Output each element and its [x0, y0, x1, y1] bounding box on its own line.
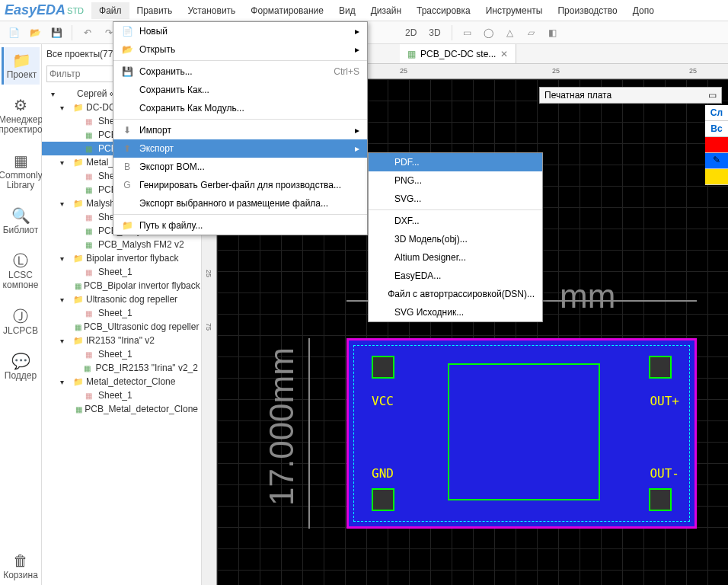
menu-label: Генирировать Gerber-файл для производств…: [139, 180, 341, 190]
undo-icon[interactable]: ↶: [78, 24, 97, 42]
tab-pcb[interactable]: PCB_DC-DC ste... ✕: [400, 44, 516, 63]
menu-файл[interactable]: Файл: [91, 2, 129, 19]
tree-item[interactable]: PCB_IR2153 "Irina" v2_2: [42, 361, 201, 375]
pad[interactable]: [372, 488, 394, 511]
menu-item[interactable]: GГенирировать Gerber-файл для производст…: [113, 176, 367, 194]
logo-std: STD: [67, 6, 84, 15]
tool-icon[interactable]: ◧: [544, 24, 562, 42]
menu-item[interactable]: Сохранить Как Модуль...: [113, 99, 367, 117]
layer-blue[interactable]: ✎: [705, 153, 728, 169]
tree-item[interactable]: PCB_Metal_detector_Clone: [42, 402, 201, 416]
silk-outm: OUT-: [650, 466, 679, 481]
tree-label: PCB_Metal_detector_Clone: [85, 404, 198, 414]
tool-icon[interactable]: ▭: [458, 24, 477, 42]
layer-red[interactable]: [705, 137, 728, 153]
menu-item[interactable]: 📂Открыть▸: [113, 40, 367, 59]
expand-icon[interactable]: [51, 90, 62, 98]
menu-item[interactable]: Altium Designer...: [369, 248, 542, 267]
tree-item[interactable]: Sheet_1: [42, 306, 201, 320]
expand-icon[interactable]: [60, 337, 71, 345]
menu-item[interactable]: SVG Исходник...: [369, 303, 542, 321]
open-folder-icon[interactable]: 📂: [26, 24, 44, 42]
leftbar-support[interactable]: 💬Поддер: [2, 348, 40, 385]
leftbar-trash[interactable]: 🗑Корзина: [2, 548, 40, 585]
menu-вид[interactable]: Вид: [331, 2, 363, 19]
pcb-board[interactable]: VCC GND OUT+ OUT-: [346, 338, 697, 529]
menu-item[interactable]: SVG...: [369, 190, 542, 208]
menu-производство[interactable]: Производство: [550, 2, 624, 19]
pad[interactable]: [649, 488, 672, 511]
menu-label: Экспорт: [139, 143, 174, 154]
menubar: EasyEDA STD ФайлПравитьУстановитьФормати…: [0, 0, 728, 21]
menu-item[interactable]: Экспорт выбранного и размещение файла...: [113, 194, 367, 213]
menu-item[interactable]: ⬆Экспорт▸: [113, 139, 367, 158]
search-icon: 🔍: [11, 207, 30, 224]
menu-инструменты[interactable]: Инструменты: [478, 2, 551, 19]
menu-item[interactable]: 📄Новый▸: [113, 22, 367, 40]
expand-icon[interactable]: [60, 104, 71, 112]
leftbar-project[interactable]: 📁Проект: [2, 47, 40, 85]
tree-item[interactable]: PCB_Ultrasonic dog repeller: [42, 320, 201, 334]
new-file-icon[interactable]: 📄: [5, 24, 23, 42]
tree-item[interactable]: IR2153 "Irina" v2: [42, 334, 201, 347]
tree-item[interactable]: Bipolar invertor flyback: [42, 251, 201, 265]
logo: EasyEDA: [5, 2, 65, 18]
menu-item[interactable]: 💾Сохранить...Ctrl+S: [113, 62, 367, 81]
expand-icon[interactable]: [60, 200, 71, 208]
menu-item[interactable]: PNG...: [369, 171, 542, 190]
menu-трассировка[interactable]: Трассировка: [409, 2, 478, 19]
expand-icon[interactable]: [60, 254, 71, 263]
folder-icon: [73, 103, 84, 113]
pad[interactable]: [372, 356, 394, 379]
leftbar-library[interactable]: 🔍Библиот: [2, 203, 40, 240]
layer-all[interactable]: Вс: [705, 121, 728, 137]
menu-item[interactable]: ⬇Импорт▸: [113, 121, 367, 139]
menu-установить[interactable]: Установить: [180, 2, 243, 19]
menu-item[interactable]: Файл с автортрассировкой(DSN)...: [369, 285, 542, 303]
save-icon[interactable]: 💾: [47, 24, 65, 42]
tool-icon[interactable]: ▱: [522, 24, 541, 42]
close-icon[interactable]: ✕: [500, 49, 508, 59]
tree-item[interactable]: PCB_Malysh FM2 v2: [42, 238, 201, 251]
tree-label: PCB_IR2153 "Irina" v2_2: [95, 363, 198, 373]
menu-item[interactable]: EasyEDA...: [369, 267, 542, 285]
trash-icon: 🗑: [13, 552, 28, 569]
sch-icon: [85, 350, 96, 359]
menu-править[interactable]: Править: [129, 2, 180, 19]
menu-допо[interactable]: Допо: [625, 2, 662, 19]
menu-item[interactable]: PDF...: [369, 153, 542, 171]
expand-icon[interactable]: [60, 158, 71, 167]
menu-label: DXF...: [394, 216, 420, 226]
submenu-arrow-icon: ▸: [355, 44, 359, 55]
menu-item[interactable]: 📁Путь к файлу...: [113, 216, 367, 235]
menu-item[interactable]: Сохранить Как...: [113, 81, 367, 99]
menu-дизайн[interactable]: Дизайн: [363, 2, 409, 19]
tree-item[interactable]: Sheet_1: [42, 265, 201, 279]
pad[interactable]: [649, 356, 672, 379]
tool-icon[interactable]: ◯: [480, 24, 498, 42]
tree-item[interactable]: Metal_detector_Clone: [42, 375, 201, 388]
tool-icon[interactable]: △: [501, 24, 519, 42]
expand-icon[interactable]: [60, 296, 71, 304]
info-panel[interactable]: Печатная плата ▭: [539, 87, 722, 104]
tree-label: Sheet_1: [98, 390, 133, 401]
menu-item[interactable]: 3D Модель(obj)...: [369, 230, 542, 248]
tree-item[interactable]: PCB_Bipolar invertor flyback powe: [42, 279, 201, 292]
menu-label: SVG...: [394, 193, 421, 204]
leftbar-jlcpcb[interactable]: ⒿJLCPCB: [2, 303, 40, 340]
minimize-icon[interactable]: ▭: [708, 90, 717, 101]
layer-yellow[interactable]: [705, 169, 728, 185]
tree-item[interactable]: Sheet_1: [42, 347, 201, 361]
leftbar-manager[interactable]: ⚙Менеджер проектиро: [2, 92, 40, 139]
tree-item[interactable]: Ultrasonic dog repeller: [42, 292, 201, 306]
tree-item[interactable]: Sheet_1: [42, 388, 201, 402]
menu-форматирование[interactable]: Форматирование: [243, 2, 331, 19]
menu-item[interactable]: DXF...: [369, 212, 542, 230]
leftbar-lcsc[interactable]: ⓁLCSC компоне: [2, 248, 40, 295]
view-3d[interactable]: 3D: [424, 26, 445, 40]
view-2d[interactable]: 2D: [401, 26, 421, 40]
jlcpcb-icon: Ⓙ: [13, 308, 28, 324]
menu-item[interactable]: BЭкспорт BOM...: [113, 158, 367, 176]
leftbar-common[interactable]: ▦Commonly Library: [2, 148, 40, 195]
expand-icon[interactable]: [60, 378, 71, 386]
